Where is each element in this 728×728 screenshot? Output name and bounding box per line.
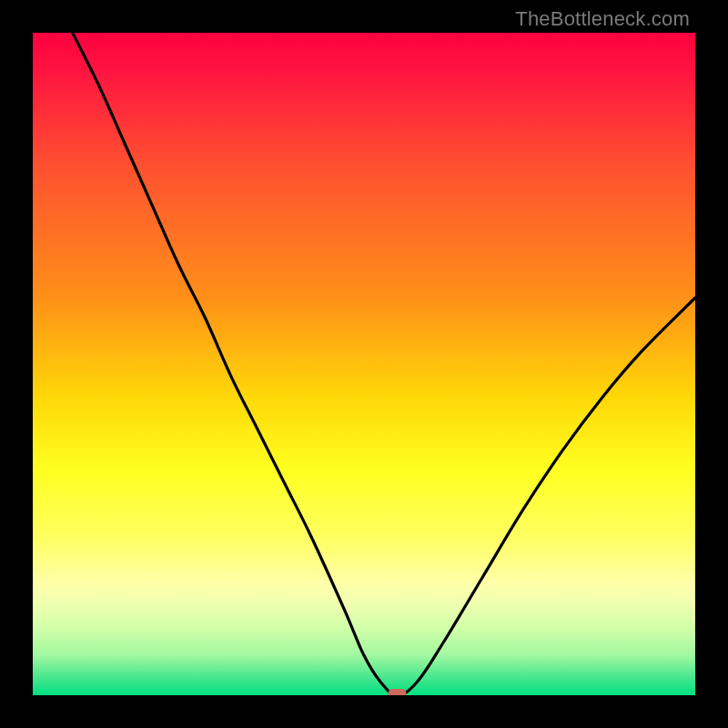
- optimal-point-marker: [388, 689, 406, 695]
- watermark-label: TheBottleneck.com: [515, 7, 690, 31]
- chart-svg: [33, 33, 695, 695]
- bottleneck-curve: [73, 33, 695, 695]
